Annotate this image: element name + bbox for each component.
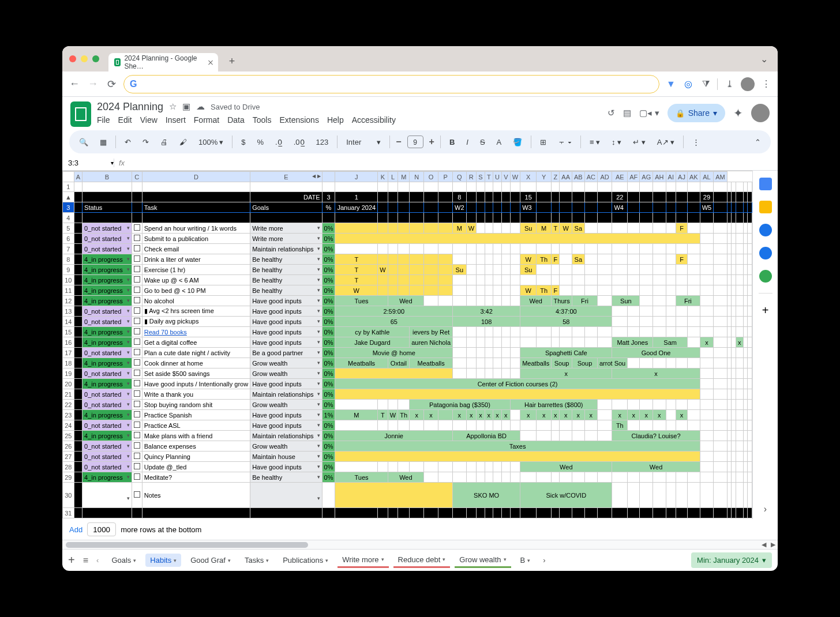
browser-menu-icon[interactable]: ⋮ [760, 78, 772, 90]
day-cell[interactable]: x [640, 410, 653, 420]
status-cell[interactable]: 4_in progress [82, 431, 132, 441]
day-cell[interactable]: auren Nichola [410, 337, 453, 348]
goal-cell[interactable]: Have good inputs [250, 410, 322, 420]
goal-cell[interactable] [250, 483, 322, 508]
profile-avatar[interactable] [741, 77, 755, 91]
scroll-left-icon[interactable]: ◀ [762, 541, 766, 548]
goal-cell[interactable]: Have good inputs [250, 317, 322, 327]
checkbox[interactable] [134, 380, 140, 386]
search-menus-icon[interactable]: 🔍 [76, 136, 91, 148]
day-cell[interactable]: T [378, 410, 388, 420]
day-cell[interactable]: x [520, 410, 537, 420]
checkbox[interactable] [134, 432, 140, 438]
dec-increase-button[interactable]: .00̲ [291, 136, 308, 148]
day-cell[interactable]: x [653, 410, 666, 420]
day-cell[interactable]: T [335, 254, 378, 265]
day-cell[interactable]: F [552, 254, 560, 265]
horizontal-scrollbar[interactable]: ◀ ▶ [62, 540, 778, 549]
day-cell[interactable]: x [485, 410, 493, 420]
day-cell[interactable]: Th [537, 254, 552, 265]
checkbox[interactable] [134, 453, 140, 459]
status-cell[interactable]: 4_in progress [82, 254, 132, 265]
day-cell[interactable]: x [502, 410, 511, 420]
day-cell[interactable]: x [466, 410, 477, 420]
status-cell[interactable]: 0_not started [82, 420, 132, 431]
contacts-icon[interactable] [759, 247, 772, 259]
font-select[interactable]: Inter ▾ [343, 136, 384, 148]
sheet-tab-habits[interactable]: Habits ▾ [145, 554, 181, 567]
status-cell[interactable]: 0_not started [82, 348, 132, 358]
status-cell[interactable]: 4_in progress [82, 472, 132, 483]
day-cell[interactable]: 65 [335, 317, 453, 327]
meet-icon[interactable]: ▢◂ ▾ [639, 108, 659, 118]
calendar-icon[interactable] [759, 178, 772, 190]
day-cell[interactable]: Tues [335, 472, 388, 483]
day-cell[interactable]: M [453, 223, 467, 234]
day-cell[interactable]: x [584, 410, 597, 420]
day-cell[interactable]: SKO MO [453, 483, 520, 508]
merge-button[interactable]: ⫟ ▾ [555, 136, 575, 148]
task-cell[interactable]: Spend an hour writing / 1k words [142, 223, 250, 234]
day-cell[interactable]: x [560, 410, 572, 420]
status-cell[interactable]: 0_not started [82, 400, 132, 410]
extensions-menu-icon[interactable]: ⧩ [700, 78, 711, 90]
status-cell[interactable]: 0_not started [82, 462, 132, 472]
day-cell[interactable]: cy by Kathle [335, 327, 410, 337]
day-cell[interactable]: Sun [612, 296, 640, 306]
day-cell[interactable]: Fri [676, 296, 700, 306]
menu-edit[interactable]: Edit [118, 115, 132, 125]
day-cell[interactable]: 3:42 [453, 306, 520, 317]
task-cell[interactable]: Balance expenses [142, 441, 250, 452]
status-cell[interactable]: 0_not started [82, 389, 132, 400]
print-button[interactable]: 🖨 [158, 136, 171, 148]
goal-cell[interactable]: Be healthy [250, 254, 322, 265]
goal-cell[interactable]: Have good inputs [250, 327, 322, 337]
day-cell[interactable]: Hair barrettes ($800) [510, 400, 597, 410]
checkbox[interactable] [134, 235, 140, 241]
maps-icon[interactable] [759, 270, 772, 283]
day-cell[interactable]: Meatballs [335, 358, 388, 368]
status-cell[interactable] [82, 483, 132, 508]
day-cell[interactable]: x [736, 337, 743, 348]
day-cell[interactable]: Meatballs [520, 358, 552, 368]
day-cell[interactable]: arrot Sou [597, 358, 627, 368]
day-cell[interactable]: F [552, 285, 560, 296]
day-cell[interactable]: Wed [388, 296, 423, 306]
day-cell[interactable]: Jonnie [335, 431, 453, 441]
menu-view[interactable]: View [140, 115, 158, 125]
star-icon[interactable]: ☆ [169, 101, 177, 112]
task-cell[interactable]: ▮ Avg <2 hrs screen time [142, 306, 250, 317]
goal-cell[interactable]: Maintain house [250, 452, 322, 462]
day-cell[interactable]: Su [520, 265, 537, 275]
back-button[interactable]: ← [68, 78, 81, 91]
checkbox[interactable] [134, 463, 140, 469]
goal-cell[interactable]: Have good inputs [250, 337, 322, 348]
status-cell[interactable]: 4_in progress [82, 327, 132, 337]
day-cell[interactable]: Wed [520, 462, 612, 472]
day-cell[interactable]: Su [453, 265, 467, 275]
gemini-icon[interactable]: ✦ [733, 106, 743, 120]
goal-cell[interactable]: Have good inputs [250, 379, 322, 389]
task-cell[interactable]: Have good inputs / Intentionally grow [142, 379, 250, 389]
day-cell[interactable] [335, 389, 700, 400]
day-cell[interactable]: Thurs [552, 296, 572, 306]
day-cell[interactable]: W [520, 285, 537, 296]
goal-cell[interactable]: Grow wealth [250, 358, 322, 368]
day-cell[interactable]: F [676, 254, 688, 265]
scrollbar-thumb[interactable] [66, 542, 308, 548]
account-avatar[interactable] [751, 104, 770, 122]
task-cell[interactable]: Notes [142, 483, 250, 508]
task-cell[interactable]: Submit to a publication [142, 234, 250, 244]
tasks-icon[interactable] [759, 224, 772, 236]
task-cell[interactable]: Practice Spanish [142, 410, 250, 420]
minimize-window-icon[interactable] [81, 55, 88, 62]
status-cell[interactable]: 4_in progress [82, 410, 132, 420]
day-cell[interactable]: Tues [335, 296, 388, 306]
hide-panel-icon[interactable]: › [764, 504, 767, 514]
day-cell[interactable]: Taxes [335, 441, 700, 452]
day-cell[interactable] [335, 368, 453, 379]
day-cell[interactable]: x [552, 410, 560, 420]
status-cell[interactable]: 0_not started [82, 234, 132, 244]
day-cell[interactable]: Fri [572, 296, 598, 306]
goal-cell[interactable]: Maintain relationships [250, 431, 322, 441]
